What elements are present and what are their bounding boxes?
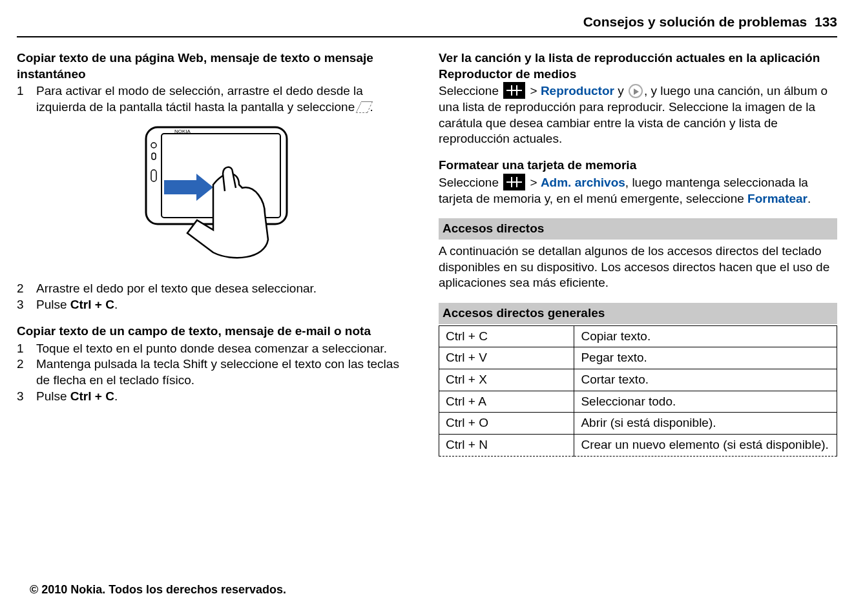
formatear-link: Formatear: [747, 192, 807, 205]
right-column: Ver la canción y la lista de reproducció…: [439, 50, 837, 457]
shortcuts-heading: Accesos directos: [439, 218, 837, 240]
reproductor-link: Reproductor: [541, 84, 614, 98]
list-item: 3 Pulse Ctrl + C.: [17, 297, 415, 313]
list-text: Mantenga pulsada la tecla Shift y selecc…: [36, 356, 415, 388]
svg-text:NOKIA: NOKIA: [174, 128, 191, 134]
right-para-1: Seleccione > Reproductor y , y luego una…: [439, 82, 837, 147]
shortcut-desc-cell: Pegar texto.: [574, 347, 837, 369]
table-row: Ctrl + CCopiar texto.: [439, 325, 837, 347]
table-row: Ctrl + VPegar texto.: [439, 347, 837, 369]
app-menu-icon: [503, 174, 525, 190]
list-number: 2: [17, 281, 36, 297]
list-number: 3: [17, 297, 36, 313]
copyright-footer: © 2010 Nokia. Todos los derechos reserva…: [30, 583, 286, 597]
right-para-2: Seleccione > Adm. archivos, luego manten…: [439, 174, 837, 207]
left-list-2: 1 Toque el texto en el punto donde desea…: [17, 341, 415, 405]
adm-archivos-link: Adm. archivos: [541, 176, 625, 189]
shortcut-key-cell: Ctrl + X: [439, 369, 574, 391]
shortcut-desc-cell: Crear un nuevo elemento (si está disponi…: [574, 435, 837, 457]
content-columns: Copiar texto de una página Web, mensaje …: [17, 50, 837, 457]
shortcut-key-cell: Ctrl + C: [439, 325, 574, 347]
shortcut-desc-cell: Abrir (si está disponible).: [574, 413, 837, 435]
shortcut-desc-cell: Copiar texto.: [574, 325, 837, 347]
list-text: Pulse Ctrl + C.: [36, 389, 415, 405]
list-number: 3: [17, 389, 36, 405]
list-item: 1 Para activar el modo de selección, arr…: [17, 83, 415, 115]
right-heading-1: Ver la canción y la lista de reproducció…: [439, 50, 837, 82]
list-text: Pulse Ctrl + C.: [36, 297, 415, 313]
shortcut-key-cell: Ctrl + A: [439, 391, 574, 413]
page-header: Consejos y solución de problemas 133: [17, 14, 837, 37]
svg-rect-6: [164, 180, 196, 194]
list-text: Arrastre el dedo por el texto que desea …: [36, 281, 415, 297]
media-play-icon: [629, 84, 643, 98]
list-item: 2 Arrastre el dedo por el texto que dese…: [17, 281, 415, 297]
list-item: 1 Toque el texto en el punto donde desea…: [17, 341, 415, 357]
left-heading-2: Copiar texto de un campo de texto, mensa…: [17, 323, 415, 340]
shortcut-key-cell: Ctrl + N: [439, 435, 574, 457]
list-number: 2: [17, 356, 36, 388]
shortcut-key: Ctrl + C: [70, 298, 114, 311]
general-shortcuts-heading: Accesos directos generales: [439, 303, 837, 324]
list-number: 1: [17, 341, 36, 357]
app-menu-icon: [503, 82, 525, 99]
table-row: Ctrl + OAbrir (si está disponible).: [439, 413, 837, 435]
list-item: 2 Mantenga pulsada la tecla Shift y sele…: [17, 356, 415, 388]
table-row: Ctrl + XCortar texto.: [439, 369, 837, 391]
shortcut-key-cell: Ctrl + O: [439, 413, 574, 435]
shortcuts-intro: A continuación se detallan algunos de lo…: [439, 243, 837, 291]
shortcut-key-cell: Ctrl + V: [439, 347, 574, 369]
table-row: Ctrl + NCrear un nuevo elemento (si está…: [439, 435, 837, 457]
list-number: 1: [17, 83, 36, 115]
list-item: 3 Pulse Ctrl + C.: [17, 389, 415, 405]
header-page: 133: [815, 14, 837, 29]
shortcut-desc-cell: Seleccionar todo.: [574, 391, 837, 413]
shortcut-key: Ctrl + C: [70, 389, 114, 403]
header-section: Consejos y solución de problemas: [583, 14, 807, 29]
shortcut-desc-cell: Cortar texto.: [574, 369, 837, 391]
shortcuts-table: Ctrl + CCopiar texto.Ctrl + VPegar texto…: [439, 325, 837, 457]
left-column: Copiar texto de una página Web, mensaje …: [17, 50, 415, 457]
left-list-1: 1 Para activar el modo de selección, arr…: [17, 83, 415, 115]
table-row: Ctrl + ASeleccionar todo.: [439, 391, 837, 413]
left-heading-1: Copiar texto de una página Web, mensaje …: [17, 50, 415, 82]
right-heading-2: Formatear una tarjeta de memoria: [439, 158, 837, 174]
list-text: Para activar el modo de selección, arras…: [36, 83, 415, 115]
left-list-1b: 2 Arrastre el dedo por el texto que dese…: [17, 281, 415, 313]
gesture-illustration: NOKIA: [17, 123, 415, 270]
list-text: Toque el texto en el punto donde desea c…: [36, 341, 415, 357]
